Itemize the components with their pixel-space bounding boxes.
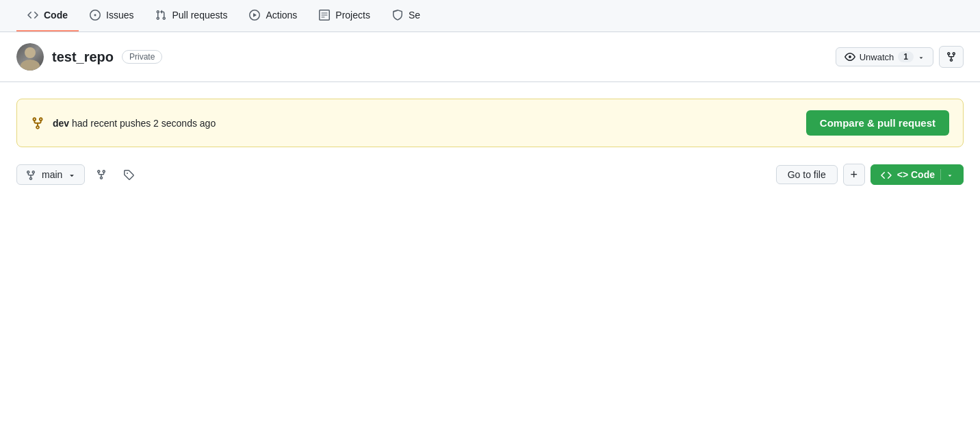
tags-button[interactable]	[118, 164, 140, 186]
branch-selector-button[interactable]: main	[16, 164, 85, 184]
branch-chevron-icon	[68, 169, 76, 180]
chevron-down-icon	[918, 52, 925, 62]
pr-icon	[155, 10, 166, 21]
push-banner: dev had recent pushes 2 seconds ago Comp…	[16, 99, 964, 147]
file-controls-left: main	[16, 164, 140, 186]
file-controls-right: Go to file + <> Code	[776, 164, 964, 186]
code-btn-divider	[940, 169, 941, 180]
push-message: had recent pushes 2 seconds ago	[69, 118, 216, 129]
security-icon	[392, 10, 403, 21]
tab-pr-label: Pull requests	[172, 10, 227, 21]
tab-actions[interactable]: Actions	[238, 0, 308, 32]
tab-projects[interactable]: Projects	[308, 0, 381, 32]
repo-header-left: test_repo Private	[16, 43, 162, 71]
repo-header-right: Unwatch 1	[836, 46, 964, 68]
code-button[interactable]: <> Code	[871, 164, 964, 184]
watch-count: 1	[898, 51, 914, 62]
add-file-button[interactable]: +	[843, 164, 865, 186]
code-icon	[881, 168, 892, 180]
tab-projects-label: Projects	[335, 10, 370, 21]
unwatch-button[interactable]: Unwatch 1	[836, 47, 933, 67]
tab-issues-label: Issues	[106, 10, 133, 21]
top-nav: Code Issues Pull requests Actions	[0, 0, 980, 32]
compare-pull-request-button[interactable]: Compare & pull request	[806, 110, 949, 136]
repo-name: test_repo	[52, 49, 114, 65]
code-icon	[27, 10, 38, 21]
main-content: dev had recent pushes 2 seconds ago Comp…	[0, 82, 980, 202]
tab-security[interactable]: Se	[381, 0, 431, 32]
go-to-file-button[interactable]: Go to file	[776, 165, 838, 184]
tab-issues[interactable]: Issues	[79, 0, 144, 32]
tab-security-label: Se	[409, 10, 420, 21]
repo-header: test_repo Private Unwatch 1	[0, 32, 980, 82]
avatar	[16, 43, 44, 71]
branch-name-label: main	[42, 169, 62, 180]
push-banner-text: dev had recent pushes 2 seconds ago	[53, 118, 216, 129]
branch-selector-icon	[25, 168, 36, 180]
tab-code[interactable]: Code	[16, 0, 79, 32]
unwatch-label: Unwatch	[860, 52, 894, 62]
tag-icon	[123, 169, 134, 180]
branch-icon	[31, 116, 44, 130]
tab-pull-requests[interactable]: Pull requests	[144, 0, 238, 32]
eye-icon	[844, 51, 855, 63]
actions-icon	[249, 10, 260, 21]
tab-code-label: Code	[44, 10, 68, 21]
projects-icon	[319, 10, 330, 21]
graph-icon	[96, 169, 107, 180]
tab-actions-label: Actions	[266, 10, 297, 21]
push-banner-left: dev had recent pushes 2 seconds ago	[31, 116, 216, 130]
visibility-badge: Private	[122, 50, 162, 64]
code-dropdown-icon	[946, 169, 953, 180]
branches-graph-button[interactable]	[90, 164, 112, 186]
push-branch-name: dev	[53, 118, 69, 129]
fork-button[interactable]	[939, 46, 964, 68]
code-button-label: <> Code	[897, 169, 935, 180]
file-controls: main	[16, 164, 964, 186]
fork-icon	[946, 51, 957, 62]
issues-icon	[90, 10, 101, 21]
